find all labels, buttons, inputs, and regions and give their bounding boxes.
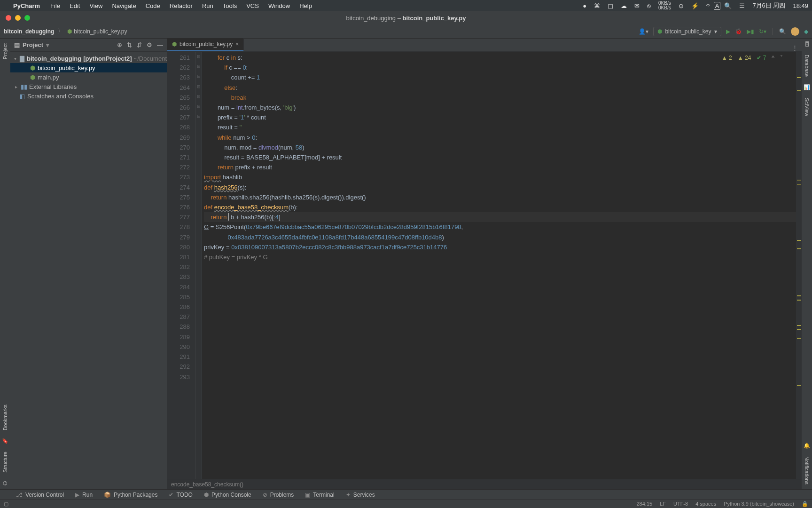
bookmarks-tool-tab[interactable]: Bookmarks [2, 400, 8, 435]
add-user-icon[interactable]: 👤▾ [639, 28, 648, 35]
inspection-widget[interactable]: ▲ 2 ▲ 24 ✔ 7 ^ ˅ [722, 55, 783, 61]
editor-breadcrumb[interactable]: encode_base58_checksum() [167, 479, 802, 489]
status-record-icon[interactable]: ● [579, 2, 590, 9]
status-cat-icon[interactable]: ⎋ [643, 2, 655, 9]
line-separator[interactable]: LF [660, 501, 666, 507]
project-tree[interactable]: ▾ ▇ bitcoin_debugging [pythonProject2] ~… [10, 52, 167, 103]
tab-options-icon[interactable]: ⋮ [792, 44, 802, 51]
python-packages-tab[interactable]: 📦Python Packages [98, 492, 163, 498]
status-bar: ▢ 284:15 LF UTF-8 4 spaces Python 3.9 (b… [0, 500, 812, 508]
menu-run[interactable]: Run [197, 2, 218, 9]
account-avatar[interactable] [791, 27, 799, 36]
python-console-tab[interactable]: ⬢Python Console [198, 492, 257, 498]
folder-icon: ▇ [20, 55, 25, 62]
close-button[interactable] [6, 15, 11, 21]
coverage-button[interactable]: ▶▮ [747, 28, 754, 35]
menu-view[interactable]: View [85, 2, 107, 9]
collapse-all-button[interactable]: ⇵ [137, 41, 142, 48]
tree-external-libs[interactable]: ▸ ▮▮ External Libraries [10, 82, 167, 91]
minimize-button[interactable] [15, 15, 21, 21]
status-cloud-icon[interactable]: ☁ [617, 2, 631, 9]
error-stripe[interactable] [796, 52, 802, 479]
status-wps-icon[interactable]: ▢ [604, 2, 617, 9]
menu-navigate[interactable]: Navigate [107, 2, 141, 9]
search-everywhere-button[interactable]: 🔍 [779, 28, 786, 35]
ime-indicator[interactable]: A [714, 2, 721, 10]
workspace: Project Bookmarks 🔖 Structure ⌬ ▤ Projec… [0, 39, 812, 489]
window-titlebar: bitcoin_debugging – bitcoin_public_key.p… [0, 11, 812, 24]
tree-scratches[interactable]: ◧ Scratches and Consoles [10, 91, 167, 101]
menu-window[interactable]: Window [264, 2, 295, 9]
readonly-lock-icon[interactable]: 🔒 [802, 501, 808, 507]
menu-code[interactable]: Code [141, 2, 165, 9]
hide-button[interactable]: — [157, 41, 163, 48]
file-encoding[interactable]: UTF-8 [673, 501, 688, 507]
interpreter-status[interactable]: Python 3.9 (bitcoin_showcase) [724, 501, 794, 507]
expand-arrow-icon[interactable]: ▸ [13, 84, 19, 89]
tree-file[interactable]: ⬢ main.py [10, 72, 167, 82]
status-wifi-icon[interactable]: ⌔ [703, 2, 714, 9]
nav-bar: bitcoin_debugging 〉 ⬢ bitcoin_public_key… [0, 24, 812, 39]
services-icon: ✦ [346, 492, 351, 498]
editor[interactable]: ▲ 2 ▲ 24 ✔ 7 ^ ˅ 26126226326426526626726… [167, 52, 802, 479]
menu-file[interactable]: File [46, 2, 65, 9]
breadcrumb-root[interactable]: bitcoin_debugging [4, 28, 54, 35]
code-with-me-button[interactable]: ◆ [804, 28, 808, 35]
notifications-tool-tab[interactable]: Notifications [804, 452, 810, 489]
terminal-tab[interactable]: ▣Terminal [299, 492, 340, 498]
structure-tool-tab[interactable]: Structure [2, 447, 8, 477]
window-title: bitcoin_debugging – bitcoin_public_key.p… [346, 15, 466, 22]
status-app-icon[interactable]: ⌘ [590, 2, 604, 9]
breadcrumb[interactable]: bitcoin_debugging 〉 ⬢ bitcoin_public_key… [4, 27, 127, 35]
maximize-button[interactable] [24, 15, 30, 21]
editor-tab-active[interactable]: ⬢ bitcoin_public_key.py × [167, 38, 244, 51]
services-tab[interactable]: ✦Services [340, 492, 381, 498]
control-center-icon[interactable]: ☰ [735, 2, 749, 9]
database-tool-tab[interactable]: Database [804, 50, 810, 81]
project-tool-window: ▤ Project ▾ ⊕ ⇅ ⇵ ⚙ — ▾ ▇ bitcoin_debugg… [10, 39, 167, 489]
menu-vcs[interactable]: VCS [242, 2, 264, 9]
left-tool-stripe: Project Bookmarks 🔖 Structure ⌬ [0, 39, 10, 489]
line-number-gutter[interactable]: 2612622632642652662672682692702712722732… [167, 52, 195, 479]
run-config-selector[interactable]: ⬢ bitcoin_public_key ▾ [653, 27, 721, 36]
fold-column[interactable]: ⊟⊟⊟⊟⊟⊟⊟ [195, 52, 202, 479]
profile-button[interactable]: ↻▾ [759, 28, 766, 35]
indent-status[interactable]: 4 spaces [695, 501, 716, 507]
todo-tab[interactable]: ✔TODO [163, 492, 198, 498]
app-name[interactable]: PyCharm [13, 2, 46, 9]
menubar-time[interactable]: 18:49 [789, 2, 812, 9]
problems-tab[interactable]: ⊘Problems [257, 492, 300, 498]
project-tool-tab[interactable]: Project [2, 39, 8, 64]
chevron-down-icon: ▾ [714, 28, 717, 35]
run-icon: ▶ [75, 492, 79, 498]
console-icon: ⬢ [204, 492, 209, 498]
project-title[interactable]: Project [23, 41, 43, 48]
status-playback-icon[interactable]: ⊙ [675, 2, 687, 9]
version-control-tab[interactable]: ⎇Version Control [10, 492, 70, 498]
menubar-date[interactable]: 7月6日 周四 [749, 1, 789, 10]
tree-file-selected[interactable]: ⬢ bitcoin_public_key.py [10, 63, 167, 72]
project-view-chevron[interactable]: ▾ [46, 41, 49, 48]
status-battery-icon[interactable]: ⚡ [687, 2, 703, 9]
run-button[interactable]: ▶ [726, 28, 730, 35]
menu-tools[interactable]: Tools [218, 2, 242, 9]
code-area[interactable]: for c in s: if c == 0: count += 1 else: … [202, 52, 796, 479]
tree-root[interactable]: ▾ ▇ bitcoin_debugging [pythonProject2] ~… [10, 54, 167, 63]
menu-help[interactable]: Help [295, 2, 317, 9]
spotlight-icon[interactable]: 🔍 [720, 2, 735, 9]
settings-button[interactable]: ⚙ [147, 41, 152, 48]
tool-windows-toggle[interactable]: ▢ [4, 501, 8, 507]
close-tab-icon[interactable]: × [235, 41, 239, 48]
expand-arrow-icon[interactable]: ▾ [13, 56, 18, 61]
debug-button[interactable]: 🐞 [735, 28, 742, 35]
run-tab[interactable]: ▶Run [70, 492, 98, 498]
sciview-tool-tab[interactable]: SciView [804, 93, 810, 121]
breadcrumb-file[interactable]: bitcoin_public_key.py [74, 28, 127, 35]
caret-position[interactable]: 284:15 [636, 501, 652, 507]
menu-edit[interactable]: Edit [65, 2, 85, 9]
expand-all-button[interactable]: ⇅ [127, 41, 132, 48]
status-wechat-icon[interactable]: ✉ [631, 2, 643, 9]
sciview-icon: 📊 [804, 81, 810, 93]
select-opened-file-button[interactable]: ⊕ [117, 41, 122, 48]
menu-refactor[interactable]: Refactor [165, 2, 197, 9]
